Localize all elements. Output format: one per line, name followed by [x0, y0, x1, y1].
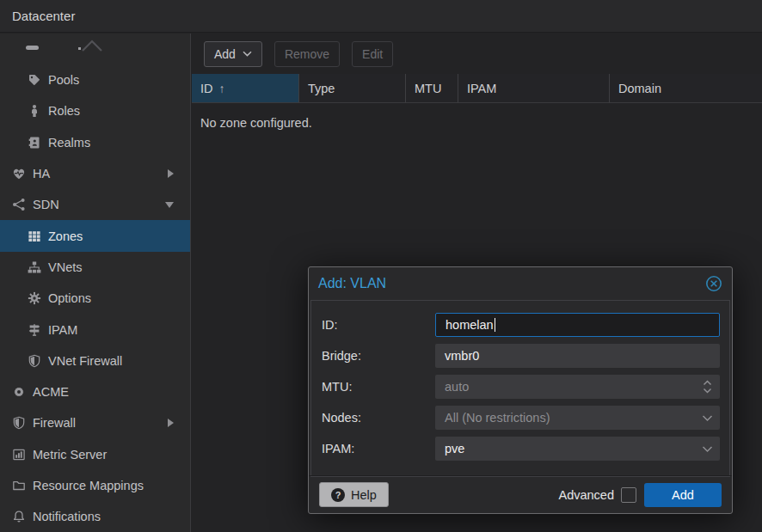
form-row-ipam: IPAM: pve	[322, 437, 720, 461]
sitemap-icon	[27, 260, 42, 274]
sidebar-item-roles[interactable]: Roles	[0, 95, 190, 126]
sidebar-item-metric-server[interactable]: Metric Server	[0, 439, 190, 470]
sort-ascending-icon: ↑	[219, 82, 225, 95]
column-header-mtu[interactable]: MTU	[406, 74, 458, 102]
page-title: Datacenter	[12, 9, 75, 23]
footer-actions: Advanced Add	[559, 483, 722, 507]
user-icon	[27, 104, 42, 118]
sidebar-item-notifications[interactable]: Notifications	[0, 501, 190, 532]
bell-icon	[11, 510, 27, 523]
form-row-bridge: Bridge: vmbr0	[322, 344, 720, 368]
sidebar-item-sdn[interactable]: SDN	[0, 189, 190, 220]
column-header-type[interactable]: Type	[299, 74, 406, 102]
shield-icon	[11, 416, 27, 430]
shield-icon	[27, 354, 42, 368]
zones-grid-header: ID ↑ Type MTU IPAM Domain	[192, 74, 762, 103]
nodes-select[interactable]: All (No restrictions)	[435, 406, 720, 430]
expand-arrow-icon[interactable]	[168, 169, 174, 178]
empty-grid-message: No zone configured.	[200, 116, 312, 130]
bridge-label: Bridge:	[322, 349, 435, 363]
sidebar-item-acme[interactable]: ACME	[0, 376, 190, 407]
column-header-id[interactable]: ID ↑	[192, 74, 299, 102]
form-row-nodes: Nodes: All (No restrictions)	[322, 406, 720, 430]
expand-arrow-icon[interactable]	[168, 419, 174, 427]
add-submit-button[interactable]: Add	[644, 483, 722, 507]
spinner-up-down-icon[interactable]	[702, 375, 713, 399]
sidebar-item-resource-mappings[interactable]: Resource Mappings	[0, 470, 190, 501]
chevron-down-icon	[243, 51, 252, 57]
advanced-checkbox[interactable]	[621, 487, 636, 503]
clipped-item-icon	[26, 46, 39, 50]
ipam-label: IPAM:	[322, 442, 435, 456]
mtu-label: MTU:	[322, 380, 435, 394]
collapse-arrow-icon[interactable]	[165, 202, 174, 208]
sdn-nodes-icon	[11, 198, 27, 211]
dialog-header[interactable]: Add: VLAN	[309, 267, 732, 300]
help-button[interactable]: ? Help	[319, 482, 389, 507]
top-bar: Datacenter	[0, 0, 762, 33]
ipam-select[interactable]: pve	[435, 437, 720, 461]
question-mark-icon: ?	[331, 488, 345, 502]
column-header-domain[interactable]: Domain	[610, 74, 762, 102]
nodes-label: Nodes:	[322, 411, 435, 425]
proxmox-app: Datacenter Pools Roles Real	[0, 0, 762, 532]
map-signs-icon	[27, 323, 42, 337]
sidebar-item-vnet-firewall[interactable]: VNet Firewall	[0, 345, 190, 376]
column-header-ipam[interactable]: IPAM	[458, 74, 610, 102]
sidebar-item-pools[interactable]: Pools	[0, 64, 190, 95]
close-icon[interactable]	[705, 275, 722, 292]
sidebar-item-firewall[interactable]: Firewall	[0, 407, 190, 438]
chevron-down-icon[interactable]	[702, 437, 713, 461]
chevron-up-icon	[80, 37, 104, 54]
zones-toolbar: Add Remove Edit	[192, 34, 762, 74]
advanced-label: Advanced	[559, 488, 615, 502]
dialog-form: ID: homelan Bridge: vmbr0 MTU: auto	[310, 300, 730, 477]
zones-grid-body: No zone configured.	[192, 103, 762, 130]
id-input[interactable]: homelan	[435, 313, 720, 337]
folder-icon	[11, 479, 27, 492]
sidebar-nav: Pools Roles Realms HA SDN	[0, 34, 191, 532]
sidebar-item-ha[interactable]: HA	[0, 158, 190, 189]
bar-chart-icon	[11, 448, 27, 462]
certificate-icon	[11, 385, 27, 399]
add-vlan-dialog: Add: VLAN ID: homelan Bridge: vmbr0 M	[308, 266, 733, 514]
sidebar-item-ipam[interactable]: IPAM	[0, 314, 190, 345]
sidebar-item-options[interactable]: Options	[0, 283, 190, 314]
edit-button[interactable]: Edit	[352, 41, 393, 67]
remove-button[interactable]: Remove	[274, 41, 340, 67]
add-button[interactable]: Add	[204, 41, 262, 67]
dialog-footer: ? Help Advanced Add	[309, 475, 732, 513]
id-label: ID:	[322, 318, 435, 332]
grid-icon	[27, 229, 42, 243]
tag-icon	[27, 73, 42, 87]
chevron-down-icon[interactable]	[702, 406, 713, 430]
form-row-mtu: MTU: auto	[322, 375, 720, 399]
gear-icon	[27, 291, 42, 305]
dialog-title: Add: VLAN	[318, 276, 705, 291]
bridge-input[interactable]: vmbr0	[435, 344, 720, 368]
sidebar-scroll-indicator[interactable]	[0, 34, 190, 64]
sidebar-item-vnets[interactable]: VNets	[0, 252, 190, 283]
heartbeat-icon	[11, 167, 27, 180]
address-book-icon	[27, 136, 42, 150]
sidebar-item-zones[interactable]: Zones	[0, 220, 190, 251]
form-row-id: ID: homelan	[322, 313, 720, 337]
sidebar-item-realms[interactable]: Realms	[0, 127, 190, 158]
text-cursor	[495, 318, 496, 332]
mtu-spinner[interactable]: auto	[435, 375, 720, 399]
